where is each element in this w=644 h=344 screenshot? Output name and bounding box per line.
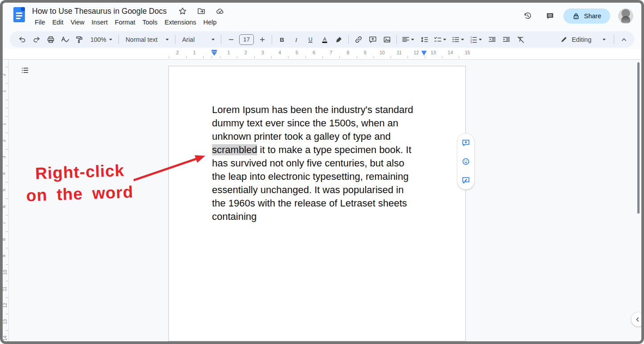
- vertical-ruler[interactable]: 211234567891011121314: [3, 60, 9, 341]
- plus-button[interactable]: [256, 33, 268, 45]
- toolbar-divider: [614, 35, 614, 44]
- menu-tools[interactable]: Tools: [139, 17, 161, 27]
- numbered-list-dropdown[interactable]: 123: [468, 33, 484, 45]
- avatar[interactable]: [618, 8, 633, 24]
- document-outline-icon: [20, 66, 29, 75]
- bulleted-list-icon: [451, 35, 460, 44]
- version-history-icon: [523, 12, 532, 20]
- text-color-button[interactable]: A: [318, 33, 330, 45]
- menu-edit[interactable]: Edit: [49, 17, 67, 27]
- clear-format-button[interactable]: [514, 33, 526, 45]
- ruler-number: 8: [1, 238, 6, 241]
- move-folder-button[interactable]: [195, 5, 208, 17]
- insert-emoji-button[interactable]: [459, 155, 473, 168]
- document-line[interactable]: the 1960s with the release of Letraset s…: [212, 197, 428, 210]
- document-line[interactable]: Lorem Ipsum has been the industry's stan…: [212, 103, 428, 117]
- line-spacing-button[interactable]: [418, 33, 430, 45]
- zoom-dropdown[interactable]: 100%: [87, 33, 115, 45]
- plus-icon: [258, 35, 267, 44]
- menu-extensions[interactable]: Extensions: [161, 17, 200, 27]
- left-indent-marker[interactable]: [212, 52, 217, 56]
- undo-button[interactable]: [16, 33, 28, 45]
- add-comment-button[interactable]: [459, 136, 473, 150]
- chevron-down-icon: [108, 37, 113, 42]
- ruler-tick: [6, 314, 8, 314]
- print-icon: [46, 35, 55, 44]
- bold-button[interactable]: B: [276, 33, 288, 45]
- menu-format[interactable]: Format: [111, 17, 139, 27]
- move-folder-icon: [197, 7, 206, 16]
- paint-format-button[interactable]: [73, 33, 85, 45]
- font-dropdown[interactable]: Arial: [179, 33, 217, 45]
- version-history-button[interactable]: [519, 7, 537, 25]
- spellcheck-button[interactable]: [59, 33, 71, 45]
- lock-icon: [572, 12, 580, 20]
- document-title[interactable]: How to Use Thesaurus in Google Docs: [32, 7, 167, 16]
- share-button[interactable]: Share: [563, 8, 610, 24]
- annotation-line-1: Right-click: [35, 161, 133, 183]
- cloud-saved-button[interactable]: [214, 5, 226, 17]
- ruler-number: 7: [1, 222, 6, 224]
- suggest-edits-button[interactable]: [459, 174, 473, 187]
- document-line[interactable]: scrambled it to make a type specimen boo…: [212, 143, 428, 157]
- link-button[interactable]: [352, 33, 364, 45]
- side-panel-toggle[interactable]: [631, 312, 644, 327]
- italic-button[interactable]: I: [290, 33, 302, 45]
- document-line[interactable]: has survived not only five centuries, bu…: [212, 157, 428, 170]
- ruler-tick: [322, 56, 323, 58]
- selected-word[interactable]: scrambled: [212, 144, 257, 155]
- image-icon: [383, 35, 391, 44]
- toolbar-divider: [221, 35, 221, 44]
- ruler-number: 11: [397, 50, 402, 55]
- document-line[interactable]: containing: [212, 210, 428, 223]
- outdent-button[interactable]: [486, 33, 498, 45]
- menu-view[interactable]: View: [67, 17, 88, 27]
- scrollbar[interactable]: [637, 62, 640, 214]
- comments-button[interactable]: [541, 7, 559, 25]
- add-comment-icon: [461, 138, 470, 147]
- chevron-down-icon: [602, 37, 607, 42]
- menu-help[interactable]: Help: [200, 17, 220, 27]
- chevron-down-icon: [460, 37, 465, 42]
- ruler-tick: [6, 330, 8, 331]
- google-docs-logo[interactable]: [13, 7, 25, 22]
- right-indent-marker[interactable]: [421, 51, 427, 56]
- numbered-list-icon: 123: [469, 35, 478, 44]
- show-outline-button[interactable]: [18, 63, 32, 77]
- indent-button[interactable]: [500, 33, 512, 45]
- toolbar-divider: [396, 35, 397, 44]
- chevron-down-icon: [442, 37, 447, 42]
- document-line[interactable]: unknown printer took a galley of type an…: [212, 130, 428, 143]
- editing-mode-button[interactable]: Editing: [556, 33, 610, 46]
- style-dropdown[interactable]: Normal text: [122, 33, 171, 45]
- outdent-icon: [488, 35, 497, 44]
- document-line[interactable]: essentially unchanged. It was popularise…: [212, 183, 428, 197]
- print-button[interactable]: [45, 33, 57, 45]
- highlight-button[interactable]: [333, 33, 345, 45]
- image-button[interactable]: [381, 33, 393, 45]
- first-line-indent-marker[interactable]: [212, 50, 217, 52]
- align-left-dropdown[interactable]: [400, 33, 416, 45]
- bold-icon: B: [277, 35, 286, 44]
- font-size-input[interactable]: 17: [239, 34, 254, 45]
- document-text[interactable]: Lorem Ipsum has been the industry's stan…: [212, 103, 428, 223]
- add-comment-button[interactable]: [367, 33, 379, 45]
- chevron-up-button[interactable]: [618, 33, 630, 45]
- ruler-tick: [169, 56, 169, 58]
- suggest-edits-icon: [461, 176, 470, 185]
- minus-button[interactable]: [225, 33, 237, 45]
- horizontal-ruler[interactable]: 21123456789101112131415: [3, 49, 641, 60]
- document-line[interactable]: dummy text ever since the 1500s, when an: [212, 117, 428, 130]
- checklist-dropdown[interactable]: [432, 33, 448, 45]
- bulleted-list-dropdown[interactable]: [450, 33, 466, 45]
- undo-icon: [18, 35, 27, 44]
- ruler-tick: [425, 56, 425, 58]
- star-button[interactable]: [176, 5, 189, 17]
- document-line[interactable]: the leap into electronic typesetting, re…: [212, 170, 428, 183]
- ruler-number: 3: [1, 156, 6, 158]
- underline-button[interactable]: U: [304, 33, 316, 45]
- menu-insert[interactable]: Insert: [88, 17, 111, 27]
- redo-button[interactable]: [30, 33, 42, 45]
- mode-label: Editing: [572, 36, 591, 43]
- menu-file[interactable]: File: [31, 17, 49, 27]
